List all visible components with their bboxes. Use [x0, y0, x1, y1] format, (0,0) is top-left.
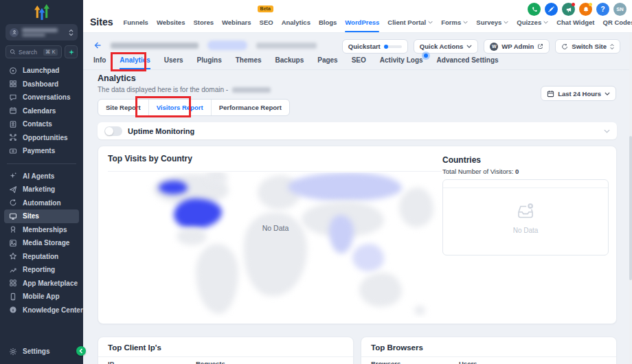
sidebar-item-label: Media Storage [23, 239, 69, 247]
sidebar-divider [7, 163, 76, 164]
map-card-title: Top Visits by Country [108, 154, 192, 163]
sidebar-item-label: Dashboard [23, 80, 58, 88]
quickstart-button[interactable]: Quickstart [342, 39, 408, 54]
uptime-toggle[interactable] [104, 126, 122, 136]
ai-assistant-button[interactable] [65, 45, 78, 58]
tab-backups[interactable]: Backups [275, 54, 304, 70]
sidebar-item-settings[interactable]: Settings [4, 345, 79, 359]
sidebar-item-dashboard[interactable]: Dashboard [4, 78, 79, 91]
sidebar-collapse-button[interactable] [76, 346, 86, 356]
mobile-phone-icon [9, 293, 17, 301]
star-icon [9, 252, 17, 260]
sidebar-item-marketing[interactable]: Marketing [4, 183, 79, 196]
map-region-alaska-high [159, 181, 188, 194]
tab-websites[interactable]: Websites [157, 12, 185, 32]
sidebar-item-reputation[interactable]: Reputation [4, 250, 79, 264]
tab-chat-widget[interactable]: Chat Widget [556, 12, 594, 32]
tab-wordpress[interactable]: WordPress [345, 12, 379, 32]
map-region-southeast-asia-low [352, 244, 384, 271]
tab-performance-report[interactable]: Performance Report [212, 100, 289, 115]
sidebar-item-sites[interactable]: Sites [4, 209, 79, 223]
page-scrollbar[interactable] [629, 33, 632, 364]
tab-site-report[interactable]: Site Report [98, 100, 149, 115]
report-type-tabs: Site Report Visitors Report Performance … [98, 99, 290, 116]
sidebar-item-memberships[interactable]: Memberships [4, 223, 79, 237]
tab-stores[interactable]: Stores [193, 12, 214, 32]
tab-surveys[interactable]: Surveys [476, 12, 508, 32]
column-header-browsers: Browsers [371, 360, 400, 364]
tab-users[interactable]: Users [164, 54, 183, 70]
countries-title: Countries [442, 155, 609, 165]
tab-quizzes[interactable]: Quizzes [517, 12, 548, 32]
sidebar-item-opportunities[interactable]: Opportunities [4, 131, 79, 145]
chevron-down-icon [463, 21, 468, 24]
account-switcher[interactable] [5, 24, 78, 41]
map-region-mexico [177, 227, 207, 245]
sidebar-item-label: App Marketplace [23, 280, 78, 287]
info-circle-icon [9, 306, 17, 314]
sidebar-item-automation[interactable]: Automation [4, 196, 79, 210]
sidebar-item-label: Calendars [23, 107, 56, 115]
tab-client-portal[interactable]: Client Portal [387, 12, 433, 32]
calendar-icon [9, 106, 17, 115]
sidebar-item-label: Sites [23, 212, 39, 220]
tab-plugins[interactable]: Plugins [197, 54, 222, 70]
site-detail-tabs: Info Analytics Users Plugins Themes Back… [83, 54, 632, 70]
page-title: Sites [90, 16, 113, 27]
opportunities-icon [9, 133, 17, 141]
switch-site-button[interactable]: Switch Site [555, 39, 620, 54]
tab-advanced-settings[interactable]: Advanced Settings [437, 54, 499, 70]
tab-analytics[interactable]: Analytics [282, 12, 311, 32]
chevron-down-icon[interactable] [604, 129, 610, 133]
domain-redacted [232, 87, 271, 93]
tab-funnels[interactable]: Funnels [123, 12, 148, 32]
breadcrumb [93, 40, 317, 51]
date-range-filter[interactable]: Last 24 Hours [541, 86, 616, 101]
sidebar-item-label: Mobile App [23, 293, 60, 300]
sidebar-item-app-marketplace[interactable]: App Marketplace [4, 277, 79, 291]
chevron-down-icon [543, 21, 548, 24]
tab-blogs[interactable]: Blogs [319, 12, 337, 32]
sidebar-item-label: Memberships [23, 226, 67, 234]
sidebar-item-label: Launchpad [23, 67, 59, 74]
sidebar-item-ai-agents[interactable]: AI Agents [4, 170, 79, 183]
sidebar-item-reporting[interactable]: Reporting [4, 263, 79, 277]
uptime-label: Uptime Monitoring [128, 127, 194, 135]
tab-forms[interactable]: Forms [441, 12, 468, 32]
tab-themes[interactable]: Themes [236, 54, 262, 70]
column-header-requests: Requests [196, 360, 225, 364]
uptime-monitoring-bar: Uptime Monitoring [98, 122, 617, 139]
top-client-ips-card: Top Client Ip's IP Requests [98, 337, 354, 364]
tab-analytics-detail[interactable]: Analytics [120, 54, 150, 70]
tab-qr-codes[interactable]: QR Codes [603, 12, 632, 32]
tab-seo[interactable]: Beta SEO [260, 12, 273, 32]
divider [98, 356, 353, 357]
wp-admin-button[interactable]: W WP Admin [484, 39, 550, 54]
sidebar-item-knowledge-center[interactable]: Knowledge Center [4, 304, 79, 317]
chevron-down-icon [504, 21, 508, 24]
sort-updown-icon [610, 43, 614, 50]
sidebar-item-media-storage[interactable]: Media Storage [4, 236, 79, 250]
sidebar-item-mobile-app[interactable]: Mobile App [4, 290, 79, 304]
tab-visitors-report[interactable]: Visitors Report [149, 100, 212, 115]
sidebar-item-calendars[interactable]: Calendars [4, 104, 79, 118]
tab-activity-logs[interactable]: Activity Logs [380, 54, 423, 70]
toolbar: Quickstart Quick Actions W WP Admin Swit… [342, 39, 620, 54]
sidebar-nav: Launchpad Dashboard Conversations Calend… [0, 64, 83, 317]
scrollbar-thumb[interactable] [629, 136, 632, 280]
tab-pages[interactable]: Pages [317, 54, 337, 70]
sidebar-item-payments[interactable]: Payments [4, 144, 79, 158]
sidebar-item-launchpad[interactable]: Launchpad [4, 64, 79, 78]
highlevel-logo [0, 0, 83, 22]
visitors-total: Total Number of Visitors: 0 [442, 168, 609, 175]
back-arrow-icon[interactable] [93, 41, 102, 49]
tab-seo-detail[interactable]: SEO [352, 54, 366, 70]
sidebar-item-conversations[interactable]: Conversations [4, 91, 79, 104]
tab-info[interactable]: Info [93, 54, 106, 70]
map-region-india-low [329, 215, 354, 253]
divider [108, 171, 442, 172]
ai-sparkle-icon [9, 172, 17, 180]
sidebar-item-contacts[interactable]: Contacts [4, 117, 79, 131]
search-input[interactable]: Search ⌘ K [5, 45, 62, 58]
tab-webinars[interactable]: Webinars [222, 12, 251, 32]
